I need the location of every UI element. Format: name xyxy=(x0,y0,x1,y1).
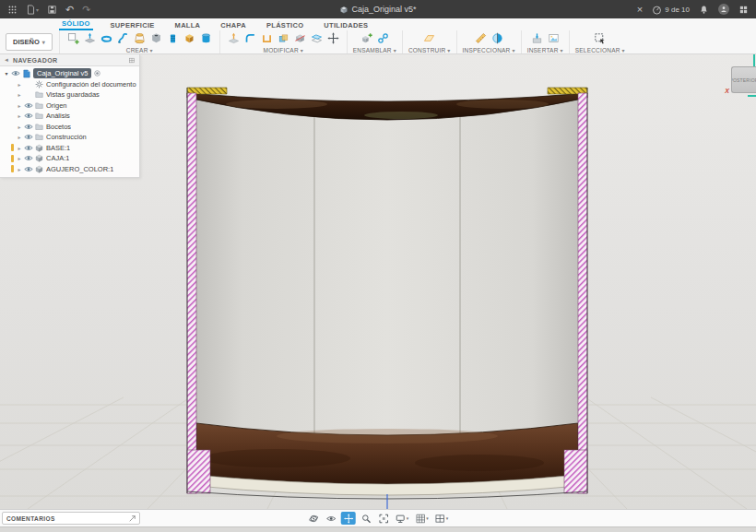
design-mode-dropdown[interactable]: DISEÑO▾ xyxy=(6,33,53,51)
navigator-item[interactable]: ▸ Configuración del documento xyxy=(0,79,139,90)
expand-arrow-icon[interactable]: ▸ xyxy=(16,134,23,140)
section-cut-right-wall[interactable] xyxy=(578,93,587,493)
redo-icon[interactable]: ↷ xyxy=(82,5,90,15)
extrude-icon[interactable] xyxy=(82,31,98,45)
construct-group-dropdown[interactable]: CONSTRUIR▾ xyxy=(408,47,451,53)
assemble-group-dropdown[interactable]: ENSAMBLAR▾ xyxy=(353,47,396,53)
file-menu-icon[interactable]: ▾ xyxy=(26,5,39,15)
tab-malla[interactable]: MALLA xyxy=(172,21,204,30)
hole-icon[interactable] xyxy=(148,31,164,45)
comments-panel[interactable]: COMENTARIOS xyxy=(2,512,140,525)
display-settings-icon[interactable]: ▾ xyxy=(394,512,411,525)
navigator-item[interactable]: ▸ CAJA:1 xyxy=(0,153,139,164)
section-cut-base-left[interactable] xyxy=(187,450,210,493)
create-group-dropdown[interactable]: CREAR▾ xyxy=(126,47,153,53)
press-pull-icon[interactable] xyxy=(226,31,242,45)
section-analysis-icon[interactable] xyxy=(490,31,505,45)
visibility-eye-icon[interactable] xyxy=(23,166,34,172)
insert-canvas-icon[interactable] xyxy=(546,31,561,45)
expand-panel-icon[interactable] xyxy=(129,515,136,522)
measure-icon[interactable] xyxy=(473,31,489,45)
expand-arrow-icon[interactable]: ▸ xyxy=(16,112,23,119)
visibility-eye-icon[interactable] xyxy=(10,70,21,77)
create-sketch-icon[interactable] xyxy=(65,31,81,45)
visibility-eye-icon[interactable] xyxy=(23,145,34,151)
joint-icon[interactable] xyxy=(375,31,391,45)
navigator-item[interactable]: ▸ Construcción xyxy=(0,132,139,143)
tab-plastico[interactable]: PLÁSTICO xyxy=(264,21,306,30)
expand-arrow-icon[interactable]: ▾ xyxy=(3,70,10,77)
navigator-item[interactable]: ▸ Bocetos xyxy=(0,122,139,133)
model-section-view[interactable] xyxy=(187,88,587,499)
expand-arrow-icon[interactable]: ▸ xyxy=(16,145,23,151)
collapse-panel-icon[interactable]: ◄ xyxy=(4,57,9,63)
look-at-icon[interactable] xyxy=(324,512,338,525)
timeline-collapsed-strip[interactable] xyxy=(0,526,756,532)
viewports-icon[interactable]: ▾ xyxy=(433,512,451,525)
sweep-icon[interactable] xyxy=(115,31,131,45)
notification-bell-icon[interactable] xyxy=(699,5,709,15)
split-body-icon[interactable] xyxy=(292,31,308,45)
design-caret-icon: ▾ xyxy=(42,39,45,45)
tab-utilidades[interactable]: UTILIDADES xyxy=(321,21,371,30)
inspect-group-dropdown[interactable]: INSPECCIONAR▾ xyxy=(463,47,515,53)
folder-icon xyxy=(34,112,44,120)
shell-icon[interactable] xyxy=(259,31,275,45)
pan-icon[interactable] xyxy=(341,512,356,525)
navigator-item[interactable]: ▸ AGUJERO_COLOR:1 xyxy=(0,164,139,175)
navigator-root-item[interactable]: ▾ Caja_Original v5 xyxy=(0,68,139,79)
body-interior-wall xyxy=(196,98,578,435)
tab-chapa[interactable]: CHAPA xyxy=(218,21,249,30)
fillet-icon[interactable] xyxy=(242,31,258,45)
offset-face-icon[interactable] xyxy=(309,31,325,45)
construction-plane-icon[interactable] xyxy=(421,31,437,45)
expand-arrow-icon[interactable]: ▸ xyxy=(16,91,23,98)
new-component-icon[interactable] xyxy=(359,31,374,45)
extensions-grid-icon[interactable] xyxy=(738,5,749,15)
expand-arrow-icon[interactable]: ▸ xyxy=(16,166,23,172)
loft-icon[interactable] xyxy=(132,31,148,45)
modify-group-dropdown[interactable]: MODIFICAR▾ xyxy=(264,47,304,53)
thread-icon[interactable] xyxy=(165,31,181,45)
section-cut-left-wall[interactable] xyxy=(187,93,196,493)
tab-superficie[interactable]: SUPERFICIE xyxy=(108,21,158,30)
component-color-mark xyxy=(11,144,14,151)
fit-icon[interactable] xyxy=(376,512,391,525)
grid-settings-icon[interactable]: ▾ xyxy=(413,512,431,525)
close-document-icon[interactable]: × xyxy=(637,5,643,15)
insert-derive-icon[interactable] xyxy=(529,31,545,45)
expand-arrow-icon[interactable]: ▸ xyxy=(16,81,23,88)
combine-icon[interactable] xyxy=(276,31,291,45)
select-icon[interactable] xyxy=(592,31,608,45)
navigator-item[interactable]: ▸ Origen xyxy=(0,100,139,112)
visibility-eye-icon[interactable] xyxy=(23,155,34,161)
visibility-eye-icon[interactable] xyxy=(23,102,34,109)
user-profile-icon[interactable] xyxy=(718,4,729,15)
tab-solido[interactable]: SÓLIDO xyxy=(59,19,93,30)
undo-icon[interactable]: ↶ xyxy=(65,5,74,15)
navigator-item[interactable]: ▸ BASE:1 xyxy=(0,143,139,154)
navigator-item[interactable]: ▸ Vistas guardadas xyxy=(0,89,139,100)
cylinder-primitive-icon[interactable] xyxy=(198,31,214,45)
expand-arrow-icon[interactable]: ▸ xyxy=(16,124,23,130)
save-icon[interactable] xyxy=(47,5,57,15)
visibility-eye-icon[interactable] xyxy=(23,112,34,119)
orbit-icon[interactable] xyxy=(306,512,321,525)
section-cut-base-right[interactable] xyxy=(564,450,587,493)
expand-arrow-icon[interactable]: ▸ xyxy=(16,155,23,161)
move-copy-icon[interactable] xyxy=(325,31,341,45)
zoom-icon[interactable] xyxy=(359,512,373,525)
box-primitive-icon[interactable] xyxy=(182,31,197,45)
insert-group-dropdown[interactable]: INSERTAR▾ xyxy=(527,47,563,53)
expand-arrow-icon[interactable]: ▸ xyxy=(16,102,23,109)
visibility-eye-icon[interactable] xyxy=(23,134,34,140)
navigator-item[interactable]: ▸ Análisis xyxy=(0,111,139,122)
visibility-eye-icon[interactable] xyxy=(23,124,34,130)
app-grid-icon[interactable] xyxy=(7,5,18,15)
activate-component-radio[interactable] xyxy=(94,70,100,77)
save-counter[interactable]: 9 de 10 xyxy=(652,5,690,15)
panel-dock-icon[interactable] xyxy=(128,57,136,64)
viewcube[interactable]: POSTERIOR xyxy=(731,66,756,93)
revolve-icon[interactable] xyxy=(99,31,114,45)
select-group-dropdown[interactable]: SELECCIONAR▾ xyxy=(575,47,625,53)
